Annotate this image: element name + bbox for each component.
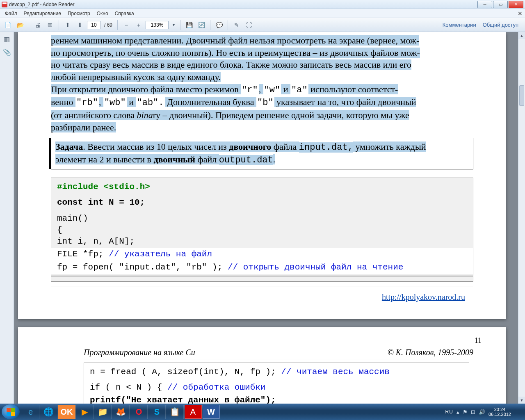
text-line: но просмотреть, но очень сложно понять).…: [51, 48, 420, 58]
share-panel-button[interactable]: Общий доступ: [483, 22, 518, 28]
close-button[interactable]: ✕: [509, 1, 523, 8]
windows-taskbar: e 🌐 OK ▶ 📁 🦊 O S 📋 A W RU ▴ ⚑ ⊡ 🔊 20:24 …: [0, 404, 525, 420]
comments-panel-button[interactable]: Комментарии: [443, 22, 476, 28]
footer-link[interactable]: http://kpolyakov.narod.ru: [382, 292, 465, 302]
tray-time: 20:24: [488, 407, 511, 412]
task-box: Задача. Ввести массив из 10 целых чисел …: [51, 138, 473, 169]
side-panel: ▥ 📎: [0, 32, 14, 404]
menu-help[interactable]: Справка: [112, 10, 137, 17]
text-line: элемент на 2 и вывести в: [55, 154, 153, 164]
tray-volume-icon[interactable]: 🔊: [479, 409, 485, 415]
text-line: При открытии двоичного файла вместо режи…: [51, 84, 241, 94]
page-header: Программирование на языке Си © К. Поляко…: [84, 348, 473, 359]
text-line: файл: [195, 154, 219, 164]
vertical-scrollbar[interactable]: ▲ ▼: [518, 32, 525, 404]
text-line: любой непрерывный кусок за одну команду.: [51, 72, 221, 82]
show-desktop-button[interactable]: [517, 404, 521, 420]
app-icon: [2, 2, 7, 7]
zoom-in-icon[interactable]: +: [133, 20, 144, 30]
tray-date: 06.12.2012: [488, 412, 511, 417]
header-right: © К. Поляков, 1995-2009: [388, 348, 473, 357]
code-line: FILE *fp;: [57, 249, 109, 259]
page-total-label: / 69: [103, 22, 114, 28]
taskbar-firefox-icon[interactable]: 🦊: [112, 405, 130, 419]
scroll-thumb[interactable]: [519, 85, 524, 106]
email-icon[interactable]: ✉: [45, 20, 55, 30]
taskbar-mediaplayer-icon[interactable]: ▶: [76, 405, 94, 419]
pdf-page-10: реннем машинном представлении. Двоичный …: [18, 32, 506, 319]
menu-file[interactable]: Файл: [2, 10, 21, 17]
text-italic: bina: [137, 110, 153, 120]
page-down-icon[interactable]: ⬇: [75, 20, 85, 30]
maximize-button[interactable]: ▭: [493, 1, 508, 8]
menubar: Файл Редактирование Просмотр Окно Справк…: [0, 9, 525, 18]
taskbar-word-icon[interactable]: W: [203, 405, 220, 419]
code-line: const int N = 10;: [57, 198, 145, 207]
taskbar-ok-icon[interactable]: OK: [58, 405, 75, 419]
text-bold: двоичный: [153, 154, 195, 164]
taskbar-ie-icon[interactable]: e: [22, 405, 39, 419]
code-block: n = fread ( A, sizeof(int), N, fp ); // …: [84, 363, 469, 404]
code-literal: "rb": [75, 98, 99, 108]
tray-up-icon[interactable]: ▴: [457, 409, 459, 415]
text-line: .: [273, 154, 276, 164]
tool-convert-icon[interactable]: 🔄: [196, 20, 207, 30]
fullscreen-icon[interactable]: ⛶: [244, 20, 254, 30]
zoom-input[interactable]: [146, 21, 169, 29]
taskbar-notes-icon[interactable]: 📋: [167, 405, 184, 419]
code-filename: input.dat,: [299, 142, 353, 153]
code-filename: output.dat: [219, 155, 273, 165]
attachments-icon[interactable]: 📎: [2, 48, 11, 57]
code-line: n = fread ( A, sizeof(int), N, fp );: [90, 367, 281, 377]
text-line: ,: [259, 84, 263, 94]
menu-edit[interactable]: Редактирование: [21, 10, 64, 17]
code-comment: // читаем весь массив: [281, 367, 390, 377]
page-up-icon[interactable]: ⬆: [62, 20, 73, 30]
taskbar-adobe-reader-icon[interactable]: A: [185, 405, 202, 419]
text-line: файла: [271, 142, 299, 152]
code-line: {: [57, 225, 62, 235]
thumbnails-icon[interactable]: ▥: [2, 34, 11, 43]
document-viewport[interactable]: реннем машинном представлении. Двоичный …: [14, 32, 525, 404]
sign-icon[interactable]: ✎: [231, 20, 242, 30]
taskbar-opera-icon[interactable]: O: [130, 405, 148, 419]
taskbar-chrome-icon[interactable]: 🌐: [40, 405, 57, 419]
document-close-icon[interactable]: ✕: [518, 10, 523, 17]
text-line: используют соответст-: [308, 84, 398, 94]
text-line: разбирали ранее.: [51, 122, 116, 132]
text-line: ry – двоичный). Приведем решение одной з…: [153, 110, 409, 120]
tool-save-icon[interactable]: 💾: [184, 20, 194, 30]
text-line: но читать сразу весь массив в виде едино…: [51, 59, 411, 70]
code-literal: "a": [290, 85, 308, 95]
footer-rule: [51, 287, 473, 287]
tray-clock[interactable]: 20:24 06.12.2012: [488, 407, 511, 417]
taskbar-skype-icon[interactable]: S: [148, 405, 166, 419]
menu-view[interactable]: Просмотр: [64, 10, 94, 17]
scroll-down-icon[interactable]: ▼: [518, 397, 525, 404]
text-line: венно: [51, 97, 75, 107]
comment-icon[interactable]: 💬: [214, 20, 224, 30]
text-bold: двоичного: [229, 142, 271, 152]
zoom-out-icon[interactable]: −: [121, 20, 132, 30]
taskbar-explorer-icon[interactable]: 📁: [94, 405, 112, 419]
text-line: реннем машинном представлении. Двоичный …: [51, 35, 419, 46]
export-pdf-icon[interactable]: 📄: [2, 20, 13, 30]
window-title: devcpp_2.pdf - Adobe Reader: [9, 2, 477, 7]
window-controls: ─ ▭ ✕: [477, 1, 523, 8]
code-literal: "ab".: [136, 98, 164, 108]
start-button[interactable]: [2, 404, 20, 419]
code-line: main(): [57, 214, 88, 223]
code-comment: // открыть двоичный файл на чтение: [228, 262, 403, 272]
open-icon[interactable]: 📂: [15, 20, 25, 30]
tray-network-icon[interactable]: ⊡: [471, 409, 475, 415]
code-line: fp = fopen( "input.dat", "rb" );: [57, 262, 228, 272]
tray-flag-icon[interactable]: ⚑: [463, 409, 468, 415]
zoom-dropdown-icon[interactable]: ▾: [170, 20, 177, 30]
language-indicator[interactable]: RU: [445, 409, 453, 415]
minimize-button[interactable]: ─: [477, 1, 492, 8]
code-block: #include <stdio.h> const int N = 10; mai…: [51, 178, 473, 282]
menu-window[interactable]: Окно: [94, 10, 112, 17]
page-number-input[interactable]: [87, 21, 101, 29]
scroll-up-icon[interactable]: ▲: [518, 32, 525, 39]
print-icon[interactable]: 🖨: [32, 20, 43, 30]
